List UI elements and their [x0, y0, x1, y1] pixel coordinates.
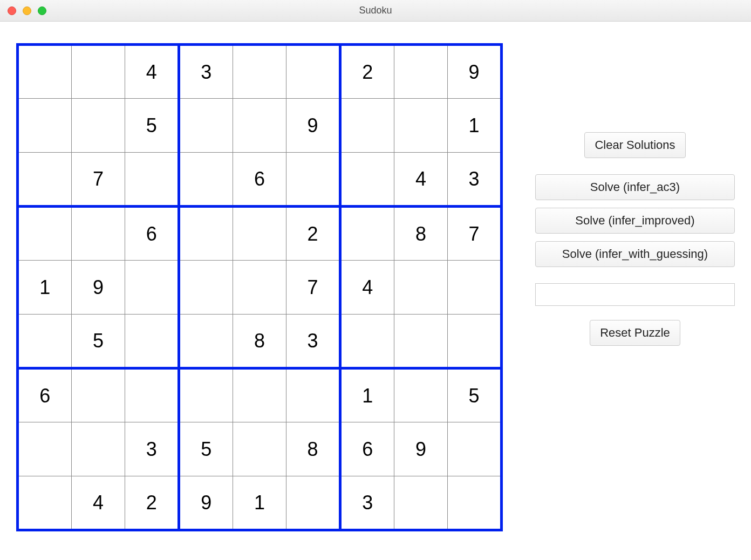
clear-solutions-button[interactable]: Clear Solutions — [584, 132, 685, 158]
sudoku-cell[interactable]: 7 — [448, 207, 502, 261]
sudoku-cell[interactable] — [125, 261, 179, 315]
sudoku-cell[interactable]: 9 — [286, 99, 340, 153]
window-title: Sudoku — [0, 5, 751, 16]
sudoku-cell[interactable] — [233, 422, 286, 476]
sudoku-cell[interactable] — [394, 99, 448, 153]
sudoku-cell[interactable]: 1 — [18, 261, 72, 315]
sudoku-cell[interactable]: 5 — [448, 368, 502, 422]
sudoku-cell[interactable] — [394, 45, 448, 99]
puzzle-input[interactable] — [535, 283, 735, 306]
sudoku-cell[interactable]: 6 — [125, 207, 179, 261]
sudoku-cell[interactable] — [18, 153, 72, 207]
sudoku-cell[interactable] — [179, 207, 233, 261]
sudoku-cell[interactable] — [71, 207, 125, 261]
sudoku-cell[interactable] — [71, 99, 125, 153]
sudoku-cell[interactable]: 1 — [340, 368, 394, 422]
sudoku-cell[interactable] — [448, 476, 502, 530]
sudoku-cell[interactable] — [340, 207, 394, 261]
sudoku-cell[interactable]: 2 — [286, 207, 340, 261]
sudoku-cell[interactable]: 5 — [125, 99, 179, 153]
sudoku-cell[interactable] — [286, 45, 340, 99]
sudoku-cell[interactable]: 4 — [340, 261, 394, 315]
sudoku-cell[interactable] — [448, 315, 502, 368]
sudoku-cell[interactable]: 5 — [71, 315, 125, 368]
sudoku-cell[interactable]: 7 — [286, 261, 340, 315]
sudoku-cell[interactable] — [179, 261, 233, 315]
sudoku-cell[interactable]: 6 — [340, 422, 394, 476]
sudoku-cell[interactable] — [233, 368, 286, 422]
sudoku-board: 43295917643628719745836153586942913 — [16, 43, 503, 531]
titlebar: Sudoku — [0, 0, 751, 22]
sudoku-cell[interactable]: 8 — [233, 315, 286, 368]
sudoku-cell[interactable]: 3 — [340, 476, 394, 530]
sudoku-cell[interactable] — [179, 315, 233, 368]
sudoku-cell[interactable]: 4 — [71, 476, 125, 530]
sudoku-cell[interactable]: 9 — [71, 261, 125, 315]
sudoku-cell[interactable] — [394, 315, 448, 368]
sudoku-cell[interactable] — [286, 153, 340, 207]
sudoku-cell[interactable]: 9 — [448, 45, 502, 99]
sudoku-cell[interactable] — [233, 261, 286, 315]
sudoku-cell[interactable]: 9 — [179, 476, 233, 530]
sudoku-cell[interactable]: 9 — [394, 422, 448, 476]
sudoku-cell[interactable] — [18, 207, 72, 261]
sudoku-cell[interactable]: 3 — [286, 315, 340, 368]
traffic-lights — [8, 6, 46, 15]
sudoku-cell[interactable]: 3 — [179, 45, 233, 99]
sudoku-cell[interactable] — [179, 153, 233, 207]
sudoku-cell[interactable] — [286, 368, 340, 422]
sudoku-cell[interactable] — [125, 368, 179, 422]
sudoku-cell[interactable]: 7 — [71, 153, 125, 207]
sudoku-cell[interactable] — [179, 368, 233, 422]
solve-guessing-button[interactable]: Solve (infer_with_guessing) — [535, 241, 735, 267]
sudoku-cell[interactable]: 1 — [233, 476, 286, 530]
sudoku-cell[interactable] — [340, 153, 394, 207]
sudoku-cell[interactable]: 8 — [394, 207, 448, 261]
close-icon[interactable] — [8, 6, 16, 15]
solve-improved-button[interactable]: Solve (infer_improved) — [535, 208, 735, 234]
sudoku-cell[interactable] — [18, 315, 72, 368]
sudoku-cell[interactable] — [448, 422, 502, 476]
reset-puzzle-button[interactable]: Reset Puzzle — [590, 320, 680, 346]
sudoku-cell[interactable]: 2 — [125, 476, 179, 530]
controls-panel: Clear Solutions Solve (infer_ac3) Solve … — [535, 43, 735, 531]
sudoku-cell[interactable] — [394, 368, 448, 422]
sudoku-cell[interactable]: 6 — [233, 153, 286, 207]
sudoku-cell[interactable]: 2 — [340, 45, 394, 99]
sudoku-cell[interactable] — [125, 315, 179, 368]
sudoku-cell[interactable] — [286, 476, 340, 530]
sudoku-cell[interactable]: 6 — [18, 368, 72, 422]
sudoku-cell[interactable]: 3 — [125, 422, 179, 476]
sudoku-cell[interactable] — [125, 153, 179, 207]
sudoku-cell[interactable] — [233, 99, 286, 153]
sudoku-cell[interactable] — [340, 315, 394, 368]
sudoku-cell[interactable] — [71, 45, 125, 99]
sudoku-cell[interactable]: 4 — [394, 153, 448, 207]
sudoku-cell[interactable] — [448, 261, 502, 315]
sudoku-cell[interactable] — [18, 45, 72, 99]
sudoku-cell[interactable]: 1 — [448, 99, 502, 153]
sudoku-cell[interactable] — [340, 99, 394, 153]
sudoku-cell[interactable] — [394, 261, 448, 315]
sudoku-cell[interactable] — [233, 45, 286, 99]
zoom-icon[interactable] — [38, 6, 46, 15]
sudoku-cell[interactable]: 4 — [125, 45, 179, 99]
sudoku-cell[interactable] — [71, 422, 125, 476]
sudoku-cell[interactable] — [18, 422, 72, 476]
sudoku-cell[interactable]: 8 — [286, 422, 340, 476]
sudoku-cell[interactable] — [179, 99, 233, 153]
sudoku-cell[interactable] — [233, 207, 286, 261]
sudoku-cell[interactable] — [18, 99, 72, 153]
sudoku-cell[interactable]: 5 — [179, 422, 233, 476]
minimize-icon[interactable] — [23, 6, 31, 15]
sudoku-cell[interactable]: 3 — [448, 153, 502, 207]
sudoku-cell[interactable] — [18, 476, 72, 530]
solve-ac3-button[interactable]: Solve (infer_ac3) — [535, 174, 735, 200]
sudoku-cell[interactable] — [394, 476, 448, 530]
sudoku-cell[interactable] — [71, 368, 125, 422]
